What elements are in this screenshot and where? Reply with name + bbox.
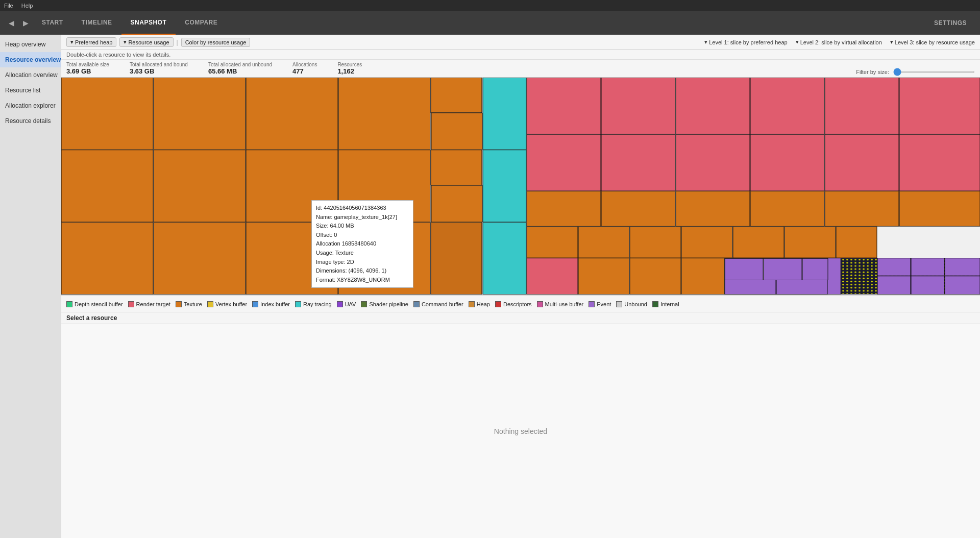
size-slider[interactable] bbox=[893, 71, 975, 73]
sidebar-item-heap-overview[interactable]: Heap overview bbox=[0, 37, 61, 52]
filter-level-1[interactable]: ▾ Level 1: slice by preferred heap bbox=[704, 39, 787, 45]
legend-heap[interactable]: Heap bbox=[469, 301, 490, 307]
filter-level-2[interactable]: ▾ Level 2: slice by virtual allocation bbox=[796, 39, 882, 45]
cell[interactable] bbox=[681, 227, 732, 258]
cell[interactable] bbox=[431, 150, 482, 185]
filter-color-by[interactable]: Color by resource usage bbox=[181, 38, 251, 47]
legend-texture[interactable]: Texture bbox=[176, 301, 202, 307]
cell[interactable] bbox=[630, 258, 681, 295]
tab-compare[interactable]: COMPARE bbox=[176, 11, 227, 35]
cell[interactable] bbox=[61, 78, 153, 150]
cell[interactable] bbox=[154, 223, 246, 295]
cell[interactable] bbox=[527, 258, 578, 295]
chevron-down-icon: ▾ bbox=[70, 39, 74, 45]
cell[interactable] bbox=[630, 227, 681, 258]
cell[interactable] bbox=[776, 280, 827, 295]
cell[interactable] bbox=[676, 134, 750, 191]
legend-descriptors[interactable]: Descriptors bbox=[495, 301, 532, 307]
shader-pipeline-swatch bbox=[361, 301, 367, 307]
cell[interactable] bbox=[527, 191, 601, 227]
cell[interactable] bbox=[338, 223, 430, 295]
cell[interactable] bbox=[246, 223, 338, 295]
cell[interactable] bbox=[431, 78, 482, 113]
legend-uav[interactable]: UAV bbox=[337, 301, 356, 307]
cell[interactable] bbox=[338, 150, 430, 222]
cell[interactable] bbox=[61, 223, 153, 295]
cell[interactable] bbox=[676, 78, 750, 134]
cell[interactable] bbox=[527, 78, 601, 134]
legend-ray-tracing[interactable]: Ray tracing bbox=[295, 301, 332, 307]
cell[interactable] bbox=[733, 227, 784, 258]
cell[interactable] bbox=[899, 78, 980, 134]
cell[interactable] bbox=[246, 78, 338, 150]
cell[interactable] bbox=[61, 150, 153, 222]
legend-multi-use-buffer[interactable]: Multi-use buffer bbox=[537, 301, 584, 307]
tab-start[interactable]: START bbox=[33, 11, 72, 35]
cell[interactable] bbox=[578, 227, 629, 258]
menu-file[interactable]: File bbox=[4, 3, 13, 9]
cell[interactable] bbox=[899, 191, 980, 227]
cell[interactable] bbox=[681, 258, 724, 295]
filter-resource-usage[interactable]: ▾ Resource usage bbox=[119, 37, 173, 47]
cell[interactable] bbox=[877, 258, 911, 276]
forward-button[interactable]: ▶ bbox=[18, 16, 33, 30]
cell[interactable] bbox=[825, 191, 899, 227]
legend-vertex-buffer[interactable]: Vertex buffer bbox=[207, 301, 247, 307]
cell[interactable] bbox=[825, 78, 899, 134]
cell[interactable] bbox=[911, 276, 944, 295]
cell[interactable] bbox=[578, 258, 629, 295]
cell[interactable] bbox=[154, 78, 246, 150]
cell[interactable] bbox=[431, 185, 482, 222]
selected-cell[interactable] bbox=[431, 223, 482, 295]
cell[interactable] bbox=[750, 191, 824, 227]
cell[interactable] bbox=[750, 78, 824, 134]
texture-swatch bbox=[176, 301, 182, 307]
cell[interactable] bbox=[601, 191, 675, 227]
cell[interactable] bbox=[676, 191, 750, 227]
cell[interactable] bbox=[750, 134, 824, 191]
tab-snapshot[interactable]: SNAPSHOT bbox=[121, 11, 176, 35]
cell[interactable] bbox=[246, 150, 338, 222]
legend-depth-stencil[interactable]: Depth stencil buffer bbox=[66, 301, 123, 307]
legend-shader-pipeline[interactable]: Shader pipeline bbox=[361, 301, 408, 307]
tab-timeline[interactable]: TIMELINE bbox=[72, 11, 121, 35]
legend-internal[interactable]: Internal bbox=[652, 301, 679, 307]
legend-command-buffer[interactable]: Command buffer bbox=[413, 301, 463, 307]
cell[interactable] bbox=[483, 223, 526, 295]
legend-index-buffer[interactable]: Index buffer bbox=[252, 301, 290, 307]
cell[interactable] bbox=[338, 78, 430, 150]
cell[interactable] bbox=[899, 134, 980, 191]
legend-unbound[interactable]: Unbound bbox=[616, 301, 647, 307]
menu-help[interactable]: Help bbox=[21, 3, 33, 9]
sidebar-item-resource-overview[interactable]: Resource overview bbox=[0, 52, 61, 67]
back-button[interactable]: ◀ bbox=[4, 16, 18, 30]
cell[interactable] bbox=[825, 134, 899, 191]
cell[interactable] bbox=[601, 78, 675, 134]
sidebar-item-resource-details[interactable]: Resource details bbox=[0, 113, 61, 129]
chevron-down-icon-l3: ▾ bbox=[890, 39, 893, 45]
legend-render-target[interactable]: Render target bbox=[128, 301, 170, 307]
cell[interactable] bbox=[527, 227, 578, 258]
cell[interactable] bbox=[431, 113, 482, 150]
treemap-container[interactable]: Id: 44205164056071384363 Name: gameplay_… bbox=[61, 78, 980, 296]
legend-event[interactable]: Event bbox=[589, 301, 611, 307]
cell[interactable] bbox=[945, 276, 980, 295]
cell[interactable] bbox=[945, 258, 980, 276]
cell[interactable] bbox=[725, 280, 776, 295]
sidebar-item-allocation-overview[interactable]: Allocation overview bbox=[0, 67, 61, 83]
cell[interactable] bbox=[836, 227, 877, 258]
filter-bar: ▾ Preferred heap ▾ Resource usage | Colo… bbox=[61, 35, 980, 50]
cell[interactable] bbox=[527, 134, 601, 191]
cell[interactable] bbox=[483, 150, 526, 222]
cell[interactable] bbox=[601, 134, 675, 191]
cell[interactable] bbox=[877, 276, 911, 295]
filter-level-3[interactable]: ▾ Level 3: slice by resource usage bbox=[890, 39, 975, 45]
sidebar-item-resource-list[interactable]: Resource list bbox=[0, 83, 61, 98]
filter-preferred-heap[interactable]: ▾ Preferred heap bbox=[66, 37, 116, 47]
cell[interactable] bbox=[911, 258, 944, 276]
cell[interactable] bbox=[785, 227, 836, 258]
cell[interactable] bbox=[483, 78, 526, 150]
settings-button[interactable]: SETTINGS bbox=[925, 19, 976, 27]
cell[interactable] bbox=[154, 150, 246, 222]
sidebar-item-allocation-explorer[interactable]: Allocation explorer bbox=[0, 98, 61, 113]
